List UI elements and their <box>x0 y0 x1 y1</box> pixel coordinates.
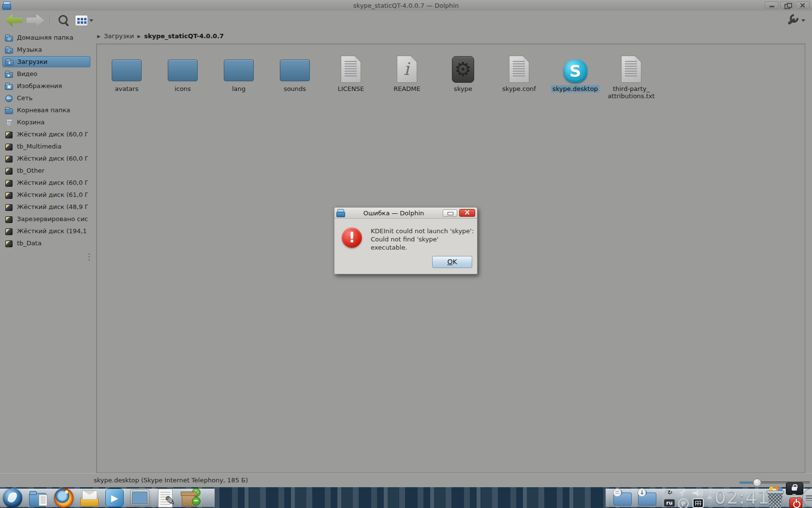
file-icon-wrap <box>168 50 198 83</box>
minimize-button[interactable] <box>765 1 779 9</box>
system-tray: ru <box>662 488 707 508</box>
zoom-slider-handle[interactable] <box>753 478 761 487</box>
harddisk-icon <box>5 143 13 150</box>
harddisk-icon <box>5 203 13 211</box>
desktop: skype_staticQT-4.0.0.7 — Dolphin ▶ Загру… <box>0 0 812 508</box>
file-item-0[interactable]: avatars <box>99 50 155 100</box>
dialog-message: KDEInit could not launch 'skype': Could … <box>371 227 477 252</box>
settings-menu-button[interactable] <box>785 13 805 28</box>
dialog-titlebar[interactable]: Ошибка — Dolphin <box>334 208 477 219</box>
sidebar-item-0[interactable]: Домашняя папка <box>2 32 90 43</box>
file-label: skype <box>452 85 474 92</box>
file-item-7[interactable]: skype.conf <box>491 50 547 100</box>
sidebar-item-label: Музыка <box>17 46 42 53</box>
sidebar-item-15[interactable]: Зарезервировано сист... <box>2 213 90 224</box>
file-label: skype.conf <box>501 85 537 92</box>
sidebar-item-3[interactable]: Видео <box>2 68 90 79</box>
text-editor-icon[interactable] <box>156 488 175 508</box>
breadcrumb-arrow-icon: ▶ <box>97 34 101 39</box>
sidebar-item-label: Зарезервировано сист... <box>17 215 88 223</box>
trash-icon[interactable] <box>766 486 785 508</box>
tray-expand-icon[interactable] <box>707 495 712 499</box>
sidebar-item-2[interactable]: Загрузки <box>2 56 90 67</box>
file-label: LICENSE <box>336 85 366 92</box>
sidebar-item-14[interactable]: Жёсткий диск (48,9 ГиБ) <box>2 201 90 212</box>
places-panel: Домашняя папкаМузыкаЗагрузкиВидеоИзображ… <box>0 31 93 250</box>
forward-button[interactable] <box>27 14 44 27</box>
updates-icon[interactable] <box>664 488 675 498</box>
close-button[interactable] <box>796 1 810 9</box>
taskbar: ru 02:41 <box>0 487 812 508</box>
keyboard-layout-indicator[interactable]: ru <box>664 499 675 507</box>
sidebar-item-9[interactable]: tb_Multimedia <box>2 141 90 152</box>
harddisk-icon <box>5 155 13 163</box>
search-icon[interactable] <box>56 13 71 28</box>
info-file-icon: i <box>397 56 417 83</box>
breadcrumb-current[interactable]: skype_staticQT-4.0.0.7 <box>144 32 224 40</box>
sidebar-item-16[interactable]: Жёсткий диск (194,1 ГиБ) <box>2 225 90 237</box>
dialog-close-button[interactable] <box>459 209 475 217</box>
file-item-2[interactable]: lang <box>211 50 267 100</box>
taskbar-launchers <box>3 487 201 508</box>
sidebar-item-17[interactable]: tb_Data <box>2 238 90 249</box>
chevron-down-icon <box>801 19 805 22</box>
file-icon-wrap <box>341 50 361 83</box>
file-item-3[interactable]: sounds <box>267 50 323 100</box>
file-item-4[interactable]: LICENSE <box>323 50 379 100</box>
volume-icon[interactable] <box>692 488 704 498</box>
sidebar-item-8[interactable]: Жёсткий диск (60,0 ГиБ) <box>2 129 90 140</box>
app-launcher-icon[interactable] <box>3 488 22 508</box>
sidebar-item-label: Жёсткий диск (60,0 ГиБ) <box>17 131 88 138</box>
file-icon-wrap <box>280 50 310 83</box>
sidebar-item-11[interactable]: tb_Other <box>2 165 90 176</box>
sidebar-item-13[interactable]: Жёсткий диск (61,0 ГиБ) <box>2 189 90 200</box>
file-manager-icon[interactable] <box>29 488 48 508</box>
text-file-icon <box>509 56 529 83</box>
file-item-9[interactable]: third-party_ attributions.txt <box>603 50 659 100</box>
system-settings-icon[interactable] <box>130 488 149 508</box>
sidebar-item-label: Жёсткий диск (60,0 ГиБ) <box>17 155 88 162</box>
images-folder-icon <box>5 82 13 90</box>
maximize-button[interactable] <box>780 1 794 9</box>
window-titlebar[interactable]: skype_staticQT-4.0.0.7 — Dolphin <box>0 0 812 11</box>
sidebar-item-10[interactable]: Жёсткий диск (60,0 ГиБ) <box>2 153 90 164</box>
file-item-1[interactable]: icons <box>155 50 211 100</box>
device-icon[interactable] <box>693 498 704 508</box>
root-folder-icon <box>5 106 13 114</box>
usb-icon[interactable] <box>678 498 689 508</box>
file-icon-wrap <box>224 50 254 83</box>
sidebar-item-6[interactable]: Корневая папка <box>2 105 90 116</box>
error-dialog: Ошибка — Dolphin KDEInit could not launc… <box>334 207 478 274</box>
sidebar-item-1[interactable]: Музыка <box>2 44 90 55</box>
sidebar-item-5[interactable]: Сеть <box>2 92 90 104</box>
harddisk-icon <box>5 167 13 175</box>
media-player-icon[interactable] <box>105 489 124 507</box>
back-button[interactable] <box>5 14 22 27</box>
panel-splitter[interactable] <box>87 253 91 261</box>
sidebar-item-12[interactable]: Жёсткий диск (60,0 ГиБ) <box>2 177 90 188</box>
sidebar-item-7[interactable]: Корзина <box>2 117 90 128</box>
documents-folder-icon[interactable] <box>613 488 632 508</box>
harddisk-icon <box>5 227 13 235</box>
file-icon-wrap <box>621 50 641 83</box>
sidebar-item-4[interactable]: Изображения <box>2 80 90 91</box>
downloads-folder-icon[interactable] <box>638 488 657 508</box>
home-folder-icon <box>5 34 13 42</box>
view-mode-button[interactable] <box>75 15 93 26</box>
ok-button[interactable]: OK <box>432 256 472 268</box>
file-item-5[interactable]: iREADME <box>379 50 435 100</box>
package-manager-icon[interactable] <box>181 488 201 508</box>
breadcrumb-parent[interactable]: Загрузки <box>104 32 134 40</box>
video-folder-icon <box>5 70 13 78</box>
dialog-minimize-button[interactable] <box>443 209 457 217</box>
file-item-8[interactable]: Sskype.desktop <box>547 50 603 100</box>
firefox-icon[interactable] <box>54 488 73 508</box>
scissors-icon[interactable] <box>678 488 689 498</box>
power-icon[interactable] <box>789 497 802 508</box>
taskbar-folders <box>613 487 657 508</box>
harddisk-icon <box>5 191 13 199</box>
clock[interactable]: 02:41 <box>714 487 770 508</box>
email-icon[interactable] <box>80 488 99 508</box>
file-item-6[interactable]: ⚙skype <box>435 50 491 100</box>
sidebar-item-label: Жёсткий диск (48,9 ГиБ) <box>17 203 88 210</box>
